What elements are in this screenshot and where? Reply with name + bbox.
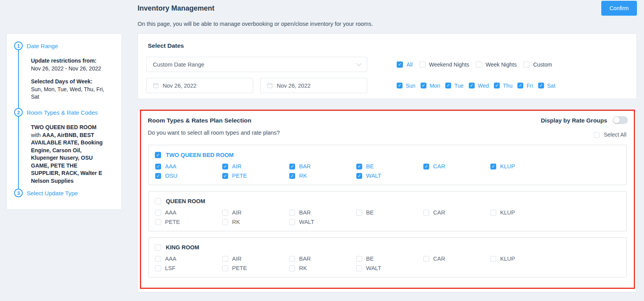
rate-checkbox-two-queen-bed-room-air[interactable]: AIR [222, 163, 289, 169]
rate-checkbox-box[interactable] [356, 173, 362, 179]
rate-checkbox-box[interactable] [289, 219, 295, 225]
rate-checkbox-box[interactable] [222, 164, 228, 169]
rate-checkbox-two-queen-bed-room-aaa[interactable]: AAA [155, 163, 222, 169]
day-mon[interactable]: Mon [421, 83, 440, 89]
rate-checkbox-two-queen-bed-room-car[interactable]: CAR [423, 163, 490, 169]
rate-checkbox-queen-room-klup[interactable]: KLUP [490, 209, 557, 216]
rate-checkbox-two-queen-bed-room-osu[interactable]: OSU [155, 173, 222, 179]
day-sat-box[interactable] [538, 83, 544, 88]
rate-checkbox-box[interactable] [289, 164, 295, 169]
rate-checkbox-box[interactable] [222, 265, 228, 271]
rate-checkbox-box[interactable] [155, 164, 161, 169]
day-thu[interactable]: Thu [494, 83, 512, 89]
rate-checkbox-queen-room-rk[interactable]: RK [222, 219, 289, 225]
day-sun[interactable]: Sun [397, 83, 415, 89]
start-date-input[interactable]: Nov 26, 2022 [146, 78, 253, 93]
room-type-checkbox-queen-room[interactable]: QUEEN ROOM [155, 198, 620, 204]
rate-checkbox-queen-room-be[interactable]: BE [356, 209, 423, 216]
rate-checkbox-box[interactable] [222, 173, 228, 179]
room-type-checkbox-two-queen-bed-room[interactable]: TWO QUEEN BED ROOM [155, 152, 620, 158]
rate-checkbox-king-room-pete[interactable]: PETE [222, 265, 289, 271]
rate-checkbox-box[interactable] [222, 256, 228, 262]
rate-checkbox-two-queen-bed-room-bar[interactable]: BAR [289, 163, 356, 169]
rate-checkbox-box[interactable] [356, 164, 362, 169]
rate-checkbox-box[interactable] [356, 210, 362, 216]
rate-checkbox-queen-room-aaa[interactable]: AAA [155, 209, 222, 216]
room-type-name: KING ROOM [166, 244, 199, 251]
rate-checkbox-king-room-lsf[interactable]: LSF [155, 265, 222, 271]
rate-checkbox-box[interactable] [289, 265, 295, 271]
night-filter-week-nights[interactable]: Week Nights [476, 61, 517, 68]
day-wed[interactable]: Wed [469, 83, 489, 89]
rate-checkbox-box[interactable] [423, 256, 429, 262]
day-thu-box[interactable] [494, 83, 500, 88]
rate-checkbox-king-room-bar[interactable]: BAR [289, 256, 356, 262]
rate-checkbox-two-queen-bed-room-rk[interactable]: RK [289, 173, 356, 179]
night-filter-all[interactable]: All [397, 61, 413, 68]
select-dates-heading: Select Dates [148, 42, 184, 49]
room-type-checkbox-box[interactable] [155, 198, 161, 204]
display-by-rate-groups-toggle[interactable] [613, 116, 628, 124]
rate-checkbox-two-queen-bed-room-pete[interactable]: PETE [222, 173, 289, 179]
rate-checkbox-box[interactable] [490, 210, 496, 216]
rate-checkbox-box[interactable] [356, 256, 362, 262]
rate-checkbox-box[interactable] [289, 173, 295, 179]
rate-checkbox-box[interactable] [155, 256, 161, 262]
rate-checkbox-king-room-walt[interactable]: WALT [356, 265, 423, 271]
rate-checkbox-box[interactable] [155, 173, 161, 179]
rate-checkbox-box[interactable] [222, 219, 228, 225]
day-tue-box[interactable] [445, 83, 451, 88]
date-range-type-select[interactable]: Custom Date Range [146, 57, 367, 72]
rate-checkbox-box[interactable] [155, 265, 161, 271]
rate-checkbox-king-room-rk[interactable]: RK [289, 265, 356, 271]
rate-checkbox-king-room-klup[interactable]: KLUP [490, 256, 557, 262]
room-type-checkbox-king-room[interactable]: KING ROOM [155, 244, 620, 251]
rate-checkbox-box[interactable] [289, 210, 295, 216]
day-mon-box[interactable] [421, 83, 426, 88]
night-filter-all-box[interactable] [397, 61, 403, 68]
night-filter-custom-box[interactable] [523, 61, 530, 68]
rate-checkbox-two-queen-bed-room-be[interactable]: BE [356, 163, 423, 169]
day-fri-box[interactable] [517, 83, 523, 88]
rate-checkbox-king-room-car[interactable]: CAR [423, 256, 490, 262]
rate-checkbox-queen-room-bar[interactable]: BAR [289, 209, 356, 216]
select-all-checkbox[interactable]: Select All [594, 132, 626, 138]
day-sat[interactable]: Sat [538, 83, 555, 89]
room-type-checkbox-box[interactable] [155, 244, 161, 251]
rate-checkbox-box[interactable] [423, 164, 429, 169]
step-2-label[interactable]: Room Types & Rate Codes [27, 109, 98, 116]
rate-checkbox-two-queen-bed-room-klup[interactable]: KLUP [490, 163, 557, 169]
rate-checkbox-queen-room-air[interactable]: AIR [222, 209, 289, 216]
step-1-label[interactable]: Date Range [27, 43, 58, 49]
room-types-section: Room Types & Rates Plan Selection Displa… [138, 111, 637, 292]
rate-checkbox-box[interactable] [356, 265, 362, 271]
rate-checkbox-box[interactable] [155, 219, 161, 225]
night-filter-checkboxes: AllWeekend NightsWeek NightsCustom [397, 57, 552, 72]
rate-checkbox-box[interactable] [222, 210, 228, 216]
rate-checkbox-king-room-aaa[interactable]: AAA [155, 256, 222, 262]
rate-checkbox-queen-room-car[interactable]: CAR [423, 209, 490, 216]
rate-checkbox-box[interactable] [490, 164, 496, 169]
day-sun-box[interactable] [397, 83, 403, 88]
end-date-input[interactable]: Nov 26, 2022 [260, 78, 367, 93]
day-fri[interactable]: Fri [517, 83, 533, 89]
step-3-label[interactable]: Select Update Type [27, 190, 78, 196]
night-filter-week-nights-box[interactable] [476, 61, 482, 68]
rate-checkbox-two-queen-bed-room-walt[interactable]: WALT [356, 173, 423, 179]
night-filter-weekend-nights[interactable]: Weekend Nights [419, 61, 469, 68]
room-type-checkbox-box[interactable] [155, 152, 161, 158]
rate-checkbox-box[interactable] [155, 210, 161, 216]
select-all-checkbox-box[interactable] [594, 132, 600, 138]
rate-checkbox-king-room-be[interactable]: BE [356, 256, 423, 262]
confirm-button[interactable]: Confirm [601, 1, 637, 16]
rate-checkbox-queen-room-pete[interactable]: PETE [155, 219, 222, 225]
rate-checkbox-queen-room-walt[interactable]: WALT [289, 219, 356, 225]
day-tue[interactable]: Tue [445, 83, 464, 89]
rate-checkbox-box[interactable] [289, 256, 295, 262]
rate-checkbox-king-room-air[interactable]: AIR [222, 256, 289, 262]
night-filter-weekend-nights-box[interactable] [419, 61, 426, 68]
night-filter-custom[interactable]: Custom [523, 61, 552, 68]
rate-checkbox-box[interactable] [490, 256, 496, 262]
rate-checkbox-box[interactable] [423, 210, 429, 216]
day-wed-box[interactable] [469, 83, 475, 88]
